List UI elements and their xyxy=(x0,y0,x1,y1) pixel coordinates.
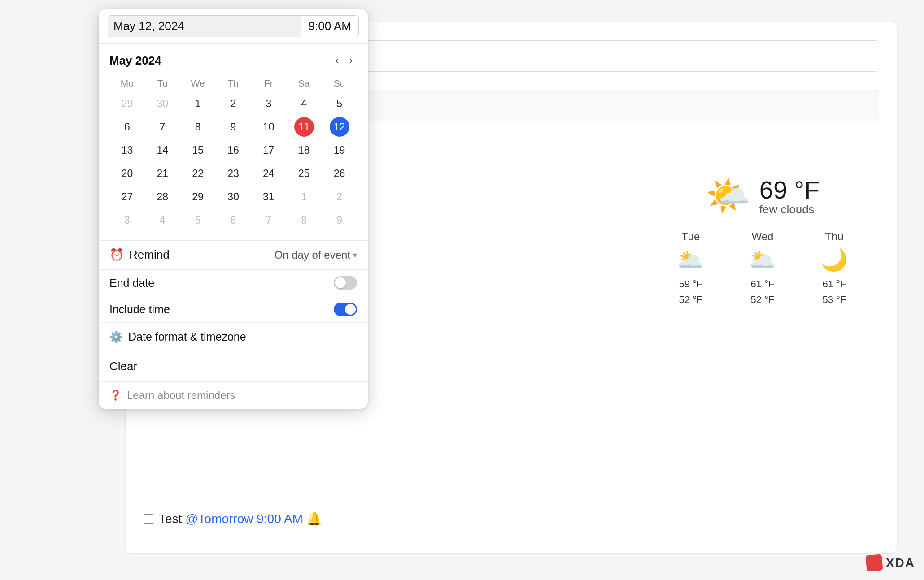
day-cell[interactable]: 15 xyxy=(188,140,208,160)
xda-watermark: XDA xyxy=(866,555,915,571)
day-cell-selected[interactable]: 12 xyxy=(330,117,349,137)
date-format-row[interactable]: ⚙️ Date format & timezone xyxy=(99,323,368,351)
current-description: few clouds xyxy=(759,203,819,216)
day-cell[interactable]: 1 xyxy=(294,187,314,207)
day-cell[interactable]: 3 xyxy=(259,94,279,113)
day-cell[interactable]: 27 xyxy=(117,187,137,207)
gear-icon: ⚙️ xyxy=(109,331,123,343)
end-date-toggle[interactable] xyxy=(334,276,357,290)
day-cell[interactable]: 9 xyxy=(223,117,243,137)
day-cell[interactable]: 8 xyxy=(188,117,208,137)
include-time-label: Include time xyxy=(109,303,334,316)
day-cell[interactable]: 29 xyxy=(117,94,137,113)
learn-row[interactable]: ❓ Learn about reminders xyxy=(99,382,368,409)
day-cell[interactable]: 16 xyxy=(223,140,243,160)
day-cell[interactable]: 21 xyxy=(153,164,172,183)
day-cell[interactable]: 24 xyxy=(259,164,279,183)
weather-current: 🌤️ 69 °F few clouds xyxy=(655,175,870,217)
clear-row[interactable]: Clear xyxy=(99,351,368,382)
day-cell[interactable]: 4 xyxy=(294,94,314,113)
day-cell[interactable]: 1 xyxy=(188,94,208,113)
day-cell[interactable]: 17 xyxy=(259,140,279,160)
day-cell[interactable]: 2 xyxy=(223,94,243,113)
forecast-wed-label: Wed xyxy=(736,230,789,243)
forecast-wed-icon: 🌥️ xyxy=(736,247,789,273)
date-format-label: Date format & timezone xyxy=(128,330,246,343)
forecast-tuesday: Tue 🌥️ 59 °F52 °F xyxy=(664,230,718,307)
alarm-icon: ⏰ xyxy=(109,248,124,262)
weather-icon-main: 🌤️ xyxy=(706,175,750,217)
end-date-label: End date xyxy=(109,277,334,290)
next-month-button[interactable]: › xyxy=(345,53,357,68)
weather-forecast: Tue 🌥️ 59 °F52 °F Wed 🌥️ 61 °F52 °F Thu … xyxy=(655,230,870,307)
day-cell-today[interactable]: 11 xyxy=(294,117,314,137)
day-cell[interactable]: 23 xyxy=(223,164,243,183)
day-cell[interactable]: 7 xyxy=(153,117,172,137)
remind-dropdown[interactable]: On day of event ▾ xyxy=(275,249,357,261)
forecast-tue-temps: 59 °F52 °F xyxy=(664,276,718,307)
calendar-nav: May 2024 ‹ › xyxy=(109,53,357,68)
include-time-row: Include time xyxy=(99,296,368,323)
day-header-sa: Sa xyxy=(286,75,322,91)
forecast-tue-icon: 🌥️ xyxy=(664,247,718,273)
datetime-header: May 12, 2024 9:00 AM xyxy=(99,9,368,44)
day-header-fr: Fr xyxy=(251,75,286,91)
prev-month-button[interactable]: ‹ xyxy=(331,53,343,68)
task-checkbox[interactable] xyxy=(144,514,153,524)
weather-widget: 🌤️ 69 °F few clouds Tue 🌥️ 59 °F52 °F We… xyxy=(655,175,870,307)
day-cell[interactable]: 25 xyxy=(294,164,314,183)
task-bell-icon: 🔔 xyxy=(306,512,322,526)
chevron-down-icon: ▾ xyxy=(353,250,357,260)
date-input[interactable]: May 12, 2024 xyxy=(108,15,301,37)
calendar-area: May 2024 ‹ › Mo Tu We Th Fr Sa Su 29 30 … xyxy=(99,44,368,240)
include-time-toggle[interactable] xyxy=(334,303,357,316)
day-cell[interactable]: 30 xyxy=(153,94,172,113)
day-cell[interactable]: 26 xyxy=(330,164,349,183)
task-title: Test xyxy=(159,512,182,526)
day-cell[interactable]: 2 xyxy=(330,187,349,207)
day-cell[interactable]: 20 xyxy=(117,164,137,183)
forecast-wed-temps: 61 °F52 °F xyxy=(736,276,789,307)
day-cell[interactable]: 31 xyxy=(259,187,279,207)
day-cell[interactable]: 7 xyxy=(259,210,279,230)
day-cell[interactable]: 4 xyxy=(153,210,172,230)
time-input[interactable]: 9:00 AM xyxy=(301,15,359,37)
day-cell[interactable]: 3 xyxy=(117,210,137,230)
day-header-su: Su xyxy=(322,75,357,91)
weather-temp-main: 69 °F few clouds xyxy=(759,175,819,216)
day-cell[interactable]: 8 xyxy=(294,210,314,230)
forecast-wednesday: Wed 🌥️ 61 °F52 °F xyxy=(736,230,789,307)
calendar-nav-arrows: ‹ › xyxy=(331,53,357,68)
day-cell[interactable]: 14 xyxy=(153,140,172,160)
forecast-thursday: Thu 🌙 61 °F53 °F xyxy=(807,230,861,307)
calendar-month-label: May 2024 xyxy=(109,54,161,68)
day-cell[interactable]: 22 xyxy=(188,164,208,183)
end-date-row: End date xyxy=(99,270,368,296)
remind-label: Remind xyxy=(129,248,269,262)
day-cell[interactable]: 6 xyxy=(223,210,243,230)
forecast-thu-label: Thu xyxy=(807,230,861,243)
day-cell[interactable]: 5 xyxy=(330,94,349,113)
day-cell[interactable]: 18 xyxy=(294,140,314,160)
day-cell[interactable]: 6 xyxy=(117,117,137,137)
day-cell[interactable]: 10 xyxy=(259,117,279,137)
toggle-knob xyxy=(335,277,346,288)
day-header-we: We xyxy=(180,75,216,91)
day-cell[interactable]: 19 xyxy=(330,140,349,160)
learn-label: Learn about reminders xyxy=(127,389,235,402)
day-header-tu: Tu xyxy=(145,75,180,91)
clear-label: Clear xyxy=(109,359,137,373)
day-cell[interactable]: 30 xyxy=(223,187,243,207)
remind-row[interactable]: ⏰ Remind On day of event ▾ xyxy=(99,241,368,269)
day-cell[interactable]: 5 xyxy=(188,210,208,230)
forecast-thu-icon: 🌙 xyxy=(807,247,861,273)
task-date[interactable]: @Tomorrow 9:00 AM xyxy=(185,512,303,526)
remind-option: On day of event xyxy=(275,249,350,261)
day-cell[interactable]: 29 xyxy=(188,187,208,207)
day-header-th: Th xyxy=(216,75,251,91)
current-temperature: 69 °F xyxy=(759,175,819,204)
day-cell[interactable]: 9 xyxy=(330,210,349,230)
forecast-tue-label: Tue xyxy=(664,230,718,243)
day-cell[interactable]: 28 xyxy=(153,187,172,207)
day-cell[interactable]: 13 xyxy=(117,140,137,160)
